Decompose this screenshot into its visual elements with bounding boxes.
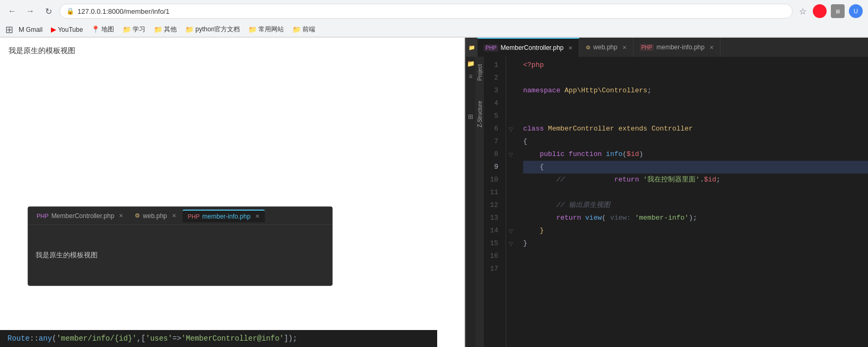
php-tab-icon: PHP [37,213,49,219]
ide-tab-web[interactable]: ⚙ web.php ✕ [579,38,633,57]
back-button[interactable]: ← [5,4,19,18]
bookmark-label: 前端 [302,25,315,34]
line-num-2: 2 [484,72,501,84]
sidebar-folder-icon[interactable]: 📁 [467,60,475,67]
line-num-13: 13 [484,212,501,224]
fold-arrow-func[interactable]: ▽ [509,152,513,158]
ide-tabs-bar: 📁 PHP MemberController.php ✕ ⚙ web.php ✕… [466,38,868,57]
sidebar-structure-icon[interactable]: ≡ [468,73,472,80]
code-line-7: { [523,135,868,148]
folder-icon: 📁 [123,25,131,33]
page-content-text: 我是原生的模板视图 [8,46,456,56]
close-tab-icon-2[interactable]: ✕ [172,213,176,219]
code-line-11 [523,186,868,199]
ide-panel: 📁 PHP MemberController.php ✕ ⚙ web.php ✕… [465,38,868,347]
bookmark-star-icon[interactable]: ☆ [797,4,809,19]
vertical-labels: Project Z-Structure [475,57,484,347]
code-line-10: // return '我在控制器里面' . $id ; [523,174,868,186]
preview-tab-membercontroller[interactable]: PHP MemberController.php ✕ [31,210,128,222]
youtube-icon: ▶ [51,25,56,33]
code-line-2 [523,72,868,84]
web-tab-icon: ⚙ [135,212,140,219]
web-icon: ⚙ [586,45,591,50]
line-num-8: 8 [484,148,501,161]
bookmark-maps[interactable]: 📍 地图 [88,24,117,35]
tab-preview-popup: PHP MemberController.php ✕ ⚙ web.php ✕ P… [28,206,333,286]
ide-tab-memberinfo[interactable]: PHP member-info.php ✕ [633,38,721,57]
bookmark-python[interactable]: 📁 python官方文档 [182,24,243,35]
ide-sidebar: 📁 ≡ ⊞ [466,57,475,347]
code-line-14: } [523,224,868,237]
code-line-13: return view ( view: 'member-info' ); [523,212,868,224]
bookmark-label: YouTube [58,26,83,33]
code-line-15: } [523,237,868,250]
bookmark-gmail[interactable]: M Gmail [15,24,46,34]
line-num-10: 10 [484,174,501,186]
fold-arrow-close2[interactable]: ▽ [509,241,513,247]
line-num-15: 15 [484,237,501,250]
ide-project-icon[interactable]: 📁 [468,45,475,50]
preview-content-text: 我是原生的模板视图 [36,250,98,260]
code-line-1: <?php [523,59,868,72]
preview-tab-label: web.php [143,212,167,220]
code-line-5 [523,110,868,123]
ide-tab-label-memberinfo: member-info.php [656,44,705,51]
profile-icon[interactable]: U [849,4,863,18]
preview-tab-member-info[interactable]: PHP member-info.php ✕ [183,210,265,222]
browser-toolbar: ← → ↻ 🔒 127.0.0.1:8000/member/info/1 ☆ ⊞… [0,0,868,22]
reload-button[interactable]: ↻ [41,4,55,18]
preview-tab-label-active: member-info.php [202,213,250,220]
member-icon: PHP [640,44,654,51]
code-line-3: namespace App\Http\Controllers ; [523,84,868,97]
folder-icon-5: 📁 [292,25,301,33]
main-area: 我是原生的模板视图 PHP MemberController.php ✕ ⚙ w… [0,38,868,347]
close-icon[interactable]: ✕ [568,45,572,51]
gmail-icon: M [19,25,24,33]
php-icon: PHP [484,45,498,51]
sidebar-dots-icon[interactable]: ⊞ [468,113,473,120]
bookmark-label: python官方文档 [195,25,240,34]
code-content[interactable]: <?php namespace App\Http\Controllers ; c… [516,57,868,347]
bookmark-common[interactable]: 📁 常用网站 [245,24,287,35]
code-line-16 [523,250,868,263]
bookmark-label: Gmail [26,26,42,33]
code-line-4 [523,97,868,110]
fold-arrow-class[interactable]: ▽ [509,126,513,132]
member-tab-icon: PHP [188,213,200,220]
bookmark-label: 地图 [101,25,114,34]
bookmark-label: 学习 [133,25,145,34]
code-line-12: // 输出原生视图 [523,199,868,212]
url-text: 127.0.0.1:8000/member/info/1 [77,7,169,15]
ide-tab-membercontroller[interactable]: PHP MemberController.php ✕ [478,38,579,57]
bookmark-other[interactable]: 📁 其他 [151,24,180,35]
ide-body: 📁 ≡ ⊞ Project Z-Structure 1 2 3 4 5 6 7 … [466,57,868,347]
line-num-17: 17 [484,263,501,275]
folder-icon-4: 📁 [248,25,257,33]
apps-icon[interactable]: ⊞ [5,24,13,36]
fold-arrow-close[interactable]: ▽ [509,228,513,234]
line-num-14: 14 [484,224,501,237]
maps-icon: 📍 [91,25,100,33]
bookmark-youtube[interactable]: ▶ YouTube [48,24,86,34]
line-num-9: 9 [484,161,501,174]
close-tab-icon-3[interactable]: ✕ [255,213,259,219]
line-num-6: 6 [484,123,501,135]
close-icon-web[interactable]: ✕ [622,45,627,50]
line-num-1: 1 [484,59,501,72]
preview-tab-web[interactable]: ⚙ web.php ✕ [129,210,181,222]
line-num-3: 3 [484,84,501,97]
address-bar[interactable]: 🔒 127.0.0.1:8000/member/info/1 [59,4,793,19]
bookmark-study[interactable]: 📁 学习 [119,24,149,35]
structure-label: Z-Structure [477,99,483,129]
extension-icon[interactable]: ⊞ [831,4,845,18]
close-icon-member[interactable]: ✕ [709,45,714,50]
forward-button[interactable]: → [23,4,37,18]
preview-tab-label: MemberController.php [51,212,115,220]
line-num-11: 11 [484,186,501,199]
browser-content: 我是原生的模板视图 PHP MemberController.php ✕ ⚙ w… [0,38,465,347]
close-tab-icon[interactable]: ✕ [119,213,123,219]
fold-gutter: ▽ ▽ ▽ ▽ [506,57,516,347]
bookmark-label: 常用网站 [258,25,284,34]
line-num-7: 7 [484,135,501,148]
bookmark-frontend[interactable]: 📁 前端 [289,24,318,35]
